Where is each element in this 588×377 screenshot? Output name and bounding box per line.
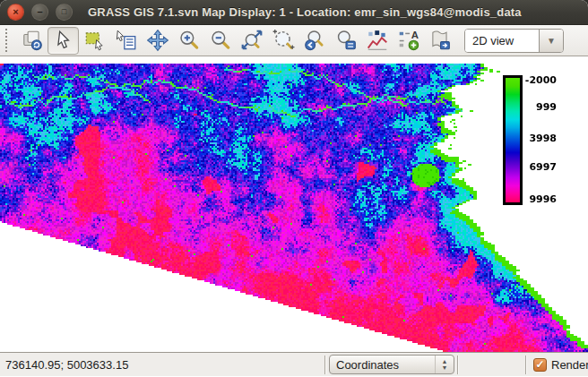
- toolbar-grip[interactable]: [5, 29, 14, 52]
- zoom-extent-button[interactable]: [236, 27, 267, 55]
- render-option: ✓ Render: [527, 353, 588, 376]
- pointer-icon: [52, 29, 75, 52]
- maximize-icon: □: [62, 8, 66, 16]
- window-title: GRASS GIS 7.1.svn Map Display: 1 - Locat…: [88, 5, 522, 19]
- render-map-icon: [21, 29, 44, 52]
- select-features-button[interactable]: [79, 27, 110, 55]
- render-checkbox-label: Render: [551, 358, 588, 372]
- map-display-area: -2000 999 3998 6997 9996: [0, 56, 588, 352]
- titlebar[interactable]: × – □ GRASS GIS 7.1.svn Map Display: 1 -…: [0, 0, 588, 25]
- legend-label: -2000: [524, 75, 557, 86]
- pan-arrows-icon: [146, 29, 169, 52]
- statusbar-mode-panel: Coordinates ▲▼: [326, 353, 457, 376]
- close-icon: ×: [13, 7, 18, 17]
- zoom-extent-icon: [240, 29, 264, 52]
- statusbar-empty-panel: [459, 353, 525, 376]
- analyze-map-button[interactable]: [361, 27, 393, 55]
- view-mode-value: 2D view: [465, 30, 539, 52]
- zoom-in-button[interactable]: [173, 27, 204, 55]
- pointer-button[interactable]: [48, 27, 79, 55]
- checkmark-icon: ✓: [535, 359, 544, 370]
- legend-label: 3998: [524, 133, 557, 144]
- statusbar-mode-select[interactable]: Coordinates ▲▼: [329, 355, 454, 374]
- legend-label: 999: [524, 102, 557, 113]
- zoom-back-button[interactable]: [298, 27, 330, 55]
- zoom-options-icon: [334, 29, 358, 52]
- zoom-out-icon: [209, 29, 232, 52]
- maximize-button[interactable]: □: [56, 4, 73, 21]
- coordinates-value: 736140.95; 5003633.15: [5, 358, 128, 372]
- map-toolbar: A 2D view ▼: [0, 25, 588, 56]
- statusbar-mode-value: Coordinates: [330, 358, 435, 372]
- export-display-icon: [428, 29, 452, 52]
- zoom-back-icon: [303, 29, 326, 52]
- spinner-arrows-icon[interactable]: ▲▼: [435, 356, 454, 373]
- chevron-down-icon: ▼: [547, 36, 556, 46]
- view-mode-dropdown-button[interactable]: ▼: [539, 30, 563, 52]
- coordinates-display: 736140.95; 5003633.15: [0, 353, 324, 376]
- zoom-out-button[interactable]: [204, 27, 236, 55]
- query-button[interactable]: [110, 27, 142, 55]
- svg-text:A: A: [411, 30, 418, 40]
- minimize-icon: –: [37, 7, 42, 17]
- query-icon: [115, 29, 138, 52]
- legend-label: 6997: [524, 162, 557, 173]
- map-legend: -2000 999 3998 6997 9996: [503, 75, 566, 210]
- grass-map-display-window: × – □ GRASS GIS 7.1.svn Map Display: 1 -…: [0, 0, 588, 377]
- statusbar: 736140.95; 5003633.15 Coordinates ▲▼ ✓ R…: [0, 352, 588, 376]
- analyze-chart-icon: [366, 29, 389, 52]
- close-button[interactable]: ×: [7, 4, 24, 21]
- export-display-button[interactable]: [424, 27, 455, 55]
- zoom-region-button[interactable]: [267, 27, 298, 55]
- zoom-region-icon: [272, 29, 295, 52]
- pan-button[interactable]: [142, 27, 173, 55]
- legend-label: 9996: [524, 194, 557, 205]
- render-map-button[interactable]: [16, 27, 48, 55]
- legend-color-bar: [503, 75, 523, 205]
- view-mode-select[interactable]: 2D view ▼: [464, 29, 564, 53]
- render-checkbox[interactable]: ✓: [533, 358, 547, 372]
- map-raster-canvas[interactable]: [0, 56, 588, 352]
- minimize-button[interactable]: –: [31, 4, 48, 21]
- zoom-options-button[interactable]: [330, 27, 361, 55]
- add-overlay-button[interactable]: A: [393, 27, 424, 55]
- zoom-in-icon: [177, 29, 201, 52]
- select-region-icon: [83, 29, 107, 52]
- add-overlay-icon: A: [397, 29, 420, 52]
